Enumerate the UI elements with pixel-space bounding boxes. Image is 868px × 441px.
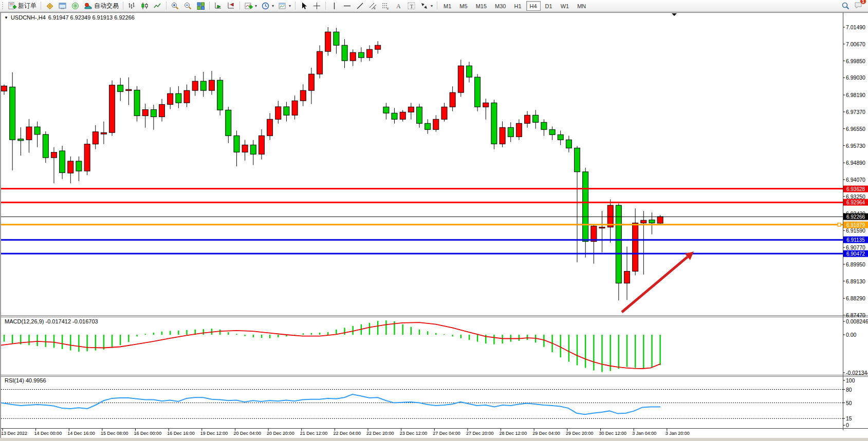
macd-axis-label: 0.008246 bbox=[846, 318, 868, 324]
toolbar-drag-handle[interactable] bbox=[2, 2, 4, 9]
auto-scroll-icon bbox=[214, 2, 223, 10]
chart-shift-icon bbox=[227, 2, 235, 10]
auto-scroll-button[interactable] bbox=[212, 1, 225, 11]
main-macd-separator[interactable] bbox=[1, 315, 868, 317]
indicators-dropdown-arrow[interactable]: ▾ bbox=[255, 4, 257, 8]
time-axis-label[interactable]: 27 Dec 04:00 bbox=[433, 431, 460, 436]
new-order-icon bbox=[8, 2, 16, 10]
line-chart-icon bbox=[153, 2, 162, 10]
timeframe-button-m30[interactable]: M30 bbox=[491, 1, 509, 11]
equidistant-channel-icon: E bbox=[368, 2, 377, 10]
time-axis-label[interactable]: 21 Dec 12:00 bbox=[300, 431, 328, 436]
time-axis-label[interactable]: 20 Dec 04:00 bbox=[234, 431, 262, 436]
templates-button[interactable]: ▾ bbox=[276, 1, 293, 11]
cursor-button[interactable] bbox=[298, 1, 310, 11]
rsi-axis-label: 15 bbox=[846, 415, 868, 421]
candlestick-chart-button[interactable] bbox=[138, 1, 151, 11]
metaquotes-button[interactable] bbox=[43, 1, 56, 11]
price-axis-label: 7.01490 bbox=[846, 24, 868, 30]
svg-text:E: E bbox=[374, 7, 376, 10]
symbol-period-label: USDCNH-,H4 bbox=[11, 14, 46, 21]
time-axis-label[interactable]: 15 Dec 08:00 bbox=[101, 431, 128, 436]
zoom-in-button[interactable] bbox=[169, 1, 181, 11]
time-axis-label[interactable]: 16 Dec 16:00 bbox=[167, 431, 195, 436]
svg-text:T: T bbox=[410, 3, 414, 9]
time-axis-label[interactable]: 19 Dec 12:00 bbox=[200, 431, 228, 436]
fibonacci-button[interactable]: F bbox=[379, 1, 392, 11]
macd-axis-label: 0.00 bbox=[846, 332, 868, 338]
toolbar-separator bbox=[437, 2, 437, 10]
timeframe-button-w1[interactable]: W1 bbox=[557, 1, 573, 11]
timeframe-button-d1[interactable]: D1 bbox=[542, 1, 556, 11]
new-order-button[interactable]: 新订单 bbox=[6, 1, 39, 11]
tile-windows-button[interactable] bbox=[194, 1, 207, 11]
timeframe-button-m15[interactable]: M15 bbox=[472, 1, 490, 11]
zoom-out-button[interactable] bbox=[181, 1, 194, 11]
arrows-dropdown-arrow[interactable]: ▾ bbox=[431, 4, 433, 8]
chart-shift-button[interactable] bbox=[225, 1, 237, 11]
timeframe-button-h4[interactable]: H4 bbox=[526, 1, 541, 11]
time-axis-label[interactable]: 29 Dec 04:00 bbox=[532, 431, 560, 436]
text-label-button[interactable]: T bbox=[405, 1, 418, 11]
collapse-triangle-icon[interactable]: ▼ bbox=[4, 15, 8, 20]
toolbar-separator bbox=[239, 2, 240, 10]
autotrading-button[interactable]: 自动交易 bbox=[82, 1, 121, 11]
horizontal-line-button[interactable] bbox=[341, 1, 354, 11]
periods-button[interactable]: ▾ bbox=[259, 1, 276, 11]
notification-badge: 1 bbox=[860, 0, 866, 5]
fibonacci-icon: F bbox=[381, 2, 390, 10]
bar-chart-button[interactable] bbox=[125, 1, 138, 11]
trendline-button[interactable] bbox=[354, 1, 366, 11]
arrows-button[interactable]: ▾ bbox=[418, 1, 435, 11]
rsi-bottom-border bbox=[1, 428, 868, 429]
price-badge: 6.93628 bbox=[843, 185, 868, 192]
periods-dropdown-arrow[interactable]: ▾ bbox=[272, 4, 274, 8]
metaeditor-button[interactable] bbox=[56, 1, 69, 11]
crosshair-button[interactable] bbox=[310, 1, 323, 11]
indicators-button[interactable]: ▾ bbox=[242, 1, 259, 11]
timeframe-button-m5[interactable]: M5 bbox=[456, 1, 471, 11]
trendline-icon bbox=[356, 2, 364, 10]
price-axis-label: 6.99030 bbox=[846, 74, 868, 81]
equidistant-channel-button[interactable]: E bbox=[366, 1, 379, 11]
time-axis-label[interactable]: 3 Jan 20:00 bbox=[666, 431, 690, 436]
macd-rsi-separator[interactable] bbox=[1, 375, 868, 377]
timeframe-button-m1[interactable]: M1 bbox=[440, 1, 455, 11]
chart-background[interactable] bbox=[1, 12, 868, 438]
time-axis-label[interactable]: 13 Dec 2022 bbox=[1, 431, 27, 436]
time-axis-label[interactable]: 27 Dec 20:00 bbox=[466, 431, 494, 436]
chat-button[interactable]: 1 bbox=[854, 1, 863, 11]
svg-text:F: F bbox=[387, 7, 389, 10]
time-axis-label[interactable]: 23 Dec 12:00 bbox=[400, 431, 428, 436]
time-axis-label[interactable]: 29 Dec 20:00 bbox=[566, 431, 594, 436]
price-axis-label: 6.98190 bbox=[846, 92, 868, 98]
timeframe-button-mn[interactable]: MN bbox=[574, 1, 589, 11]
price-axis-label: 6.90770 bbox=[846, 244, 868, 251]
time-axis-label[interactable]: 3 Jan 04:00 bbox=[632, 431, 656, 436]
time-axis-label[interactable]: 14 Dec 16:00 bbox=[67, 431, 95, 436]
time-axis-label[interactable]: 22 Dec 04:00 bbox=[333, 431, 361, 436]
templates-dropdown-arrow[interactable]: ▾ bbox=[289, 4, 291, 8]
time-axis-label[interactable]: 28 Dec 12:00 bbox=[500, 431, 527, 436]
time-axis-label[interactable]: 16 Dec 00:00 bbox=[134, 431, 162, 436]
time-axis-label[interactable]: 14 Dec 00:00 bbox=[34, 431, 62, 436]
macd-axis-label: -0.021344 bbox=[846, 370, 868, 376]
toolbar-separator bbox=[41, 2, 41, 10]
price-axis-label: 6.99850 bbox=[846, 58, 868, 64]
price-axis-label: 6.95730 bbox=[846, 143, 868, 149]
text-button[interactable]: A bbox=[392, 1, 405, 11]
timeframe-button-h1[interactable]: H1 bbox=[510, 1, 525, 11]
vertical-line-button[interactable] bbox=[328, 1, 341, 11]
line-chart-button[interactable] bbox=[151, 1, 164, 11]
templates-icon bbox=[278, 2, 287, 10]
chart-top-border bbox=[0, 12, 868, 13]
signals-button[interactable] bbox=[69, 1, 82, 11]
toolbar-separator bbox=[166, 2, 167, 10]
metaquotes-seal-icon bbox=[45, 2, 54, 10]
time-axis-label[interactable]: 30 Dec 12:00 bbox=[599, 431, 627, 436]
toolbar: 新订单 自动交易 bbox=[0, 0, 868, 12]
time-axis-label[interactable]: 22 Dec 20:00 bbox=[366, 431, 394, 436]
search-icon[interactable] bbox=[841, 2, 850, 10]
rsi-axis-label: 80 bbox=[846, 387, 868, 393]
time-axis-label[interactable]: 20 Dec 20:00 bbox=[267, 431, 294, 436]
